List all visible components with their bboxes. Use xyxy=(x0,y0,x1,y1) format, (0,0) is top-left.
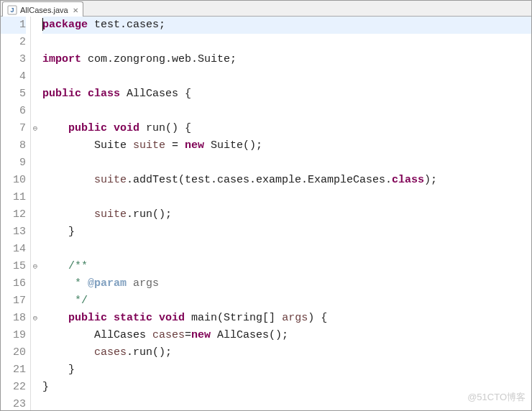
fold-spacer xyxy=(31,241,40,258)
code-line[interactable] xyxy=(42,68,531,86)
token-txt xyxy=(42,312,68,324)
code-line[interactable]: */ xyxy=(42,292,531,310)
token-txt xyxy=(42,277,75,290)
code-line[interactable]: Suite suite = new Suite(); xyxy=(42,137,531,154)
token-kw: new xyxy=(191,329,211,341)
code-line[interactable] xyxy=(42,103,531,120)
token-txt: = xyxy=(185,329,191,341)
code-line[interactable]: public class AllCases { xyxy=(42,86,531,103)
token-txt xyxy=(42,208,94,221)
token-txt: .run(); xyxy=(127,208,172,221)
code-area[interactable]: package test.cases;import com.zongrong.w… xyxy=(40,17,531,410)
line-number: 14 xyxy=(1,241,26,258)
fold-toggle-icon[interactable]: ⊖ xyxy=(31,258,40,275)
token-kw: public xyxy=(42,88,81,100)
code-line[interactable] xyxy=(42,241,531,258)
token-txt: } xyxy=(42,226,75,238)
code-line[interactable]: } xyxy=(42,361,531,379)
code-line[interactable] xyxy=(42,189,531,206)
fold-spacer xyxy=(31,68,40,86)
fold-spacer xyxy=(31,292,40,310)
code-line[interactable]: } xyxy=(42,223,531,241)
svg-text:J: J xyxy=(10,6,14,14)
token-txt xyxy=(42,122,68,134)
token-var: suite xyxy=(133,139,165,152)
token-kw: import xyxy=(42,53,81,65)
line-number: 8 xyxy=(1,137,26,154)
token-txt: = xyxy=(165,139,185,152)
line-number: 23 xyxy=(1,396,26,411)
code-line[interactable]: public static void main(String[] args) { xyxy=(42,310,531,327)
fold-spacer xyxy=(31,379,40,396)
fold-spacer xyxy=(31,51,40,68)
token-txt xyxy=(42,346,94,359)
code-line[interactable] xyxy=(42,34,531,51)
java-file-icon: J xyxy=(7,5,17,15)
fold-spacer xyxy=(31,137,40,154)
token-doctag: @param xyxy=(88,277,127,290)
line-number: 3 xyxy=(1,51,26,68)
token-kw: class xyxy=(392,174,424,186)
token-kw: public xyxy=(68,122,107,134)
token-txt: test.cases; xyxy=(88,19,165,31)
token-txt: ); xyxy=(424,174,437,186)
token-txt xyxy=(127,277,133,290)
token-txt: Suite(); xyxy=(204,139,262,152)
token-txt: AllCases { xyxy=(120,88,191,100)
line-number-gutter: 1234567891011121314151617181920212223 xyxy=(1,17,31,410)
token-kw: new xyxy=(185,139,204,152)
code-line[interactable]: suite.addTest(test.cases.example.Example… xyxy=(42,172,531,189)
code-line[interactable]: import com.zongrong.web.Suite; xyxy=(42,51,531,68)
fold-spacer xyxy=(31,327,40,344)
fold-toggle-icon[interactable]: ⊖ xyxy=(31,120,40,137)
fold-spacer xyxy=(31,17,40,34)
token-kw: package xyxy=(42,19,88,31)
fold-column: ⊖⊖⊖ xyxy=(31,17,40,410)
line-number: 4 xyxy=(1,68,26,86)
code-line[interactable]: suite.run(); xyxy=(42,206,531,223)
line-number: 13 xyxy=(1,223,26,241)
token-kw: static xyxy=(114,312,152,324)
fold-spacer xyxy=(31,361,40,379)
code-line[interactable]: * @param args xyxy=(42,275,531,292)
line-number: 19 xyxy=(1,327,26,344)
line-number: 5 xyxy=(1,86,26,103)
code-line[interactable]: package test.cases; xyxy=(42,17,531,34)
fold-spacer xyxy=(31,172,40,189)
code-line[interactable]: public void run() { xyxy=(42,120,531,137)
token-txt xyxy=(42,260,68,272)
line-number: 1 xyxy=(1,17,26,34)
token-txt: .addTest(test.cases.example.ExampleCases… xyxy=(127,174,392,186)
fold-spacer xyxy=(31,206,40,223)
line-number: 6 xyxy=(1,103,26,120)
token-txt xyxy=(81,88,88,100)
token-var: cases xyxy=(94,346,127,359)
code-line[interactable] xyxy=(42,396,531,411)
line-number: 16 xyxy=(1,275,26,292)
fold-toggle-icon[interactable]: ⊖ xyxy=(31,310,40,327)
token-kw: void xyxy=(159,312,185,324)
line-number: 18 xyxy=(1,310,26,327)
token-txt xyxy=(107,122,114,134)
token-kw: void xyxy=(114,122,139,134)
token-txt xyxy=(42,295,75,307)
token-var: cases xyxy=(152,329,185,341)
code-line[interactable]: /** xyxy=(42,258,531,275)
fold-spacer xyxy=(31,396,40,411)
token-txt: AllCases(); xyxy=(211,329,288,341)
token-txt: AllCases xyxy=(42,329,152,341)
token-txt: run() { xyxy=(139,122,191,134)
code-line[interactable]: } xyxy=(42,379,531,396)
line-number: 12 xyxy=(1,206,26,223)
line-number: 17 xyxy=(1,292,26,310)
code-editor[interactable]: 1234567891011121314151617181920212223 ⊖⊖… xyxy=(1,17,531,410)
code-line[interactable] xyxy=(42,154,531,172)
token-txt: com.zongrong.web.Suite; xyxy=(81,53,237,65)
code-line[interactable]: cases.run(); xyxy=(42,344,531,361)
token-comment: */ xyxy=(75,295,88,307)
token-var: suite xyxy=(94,208,127,221)
code-line[interactable]: AllCases cases=new AllCases(); xyxy=(42,327,531,344)
line-number: 9 xyxy=(1,154,26,172)
editor-tab[interactable]: J AllCases.java ✕ xyxy=(2,1,83,17)
close-tab-icon[interactable]: ✕ xyxy=(73,6,78,14)
